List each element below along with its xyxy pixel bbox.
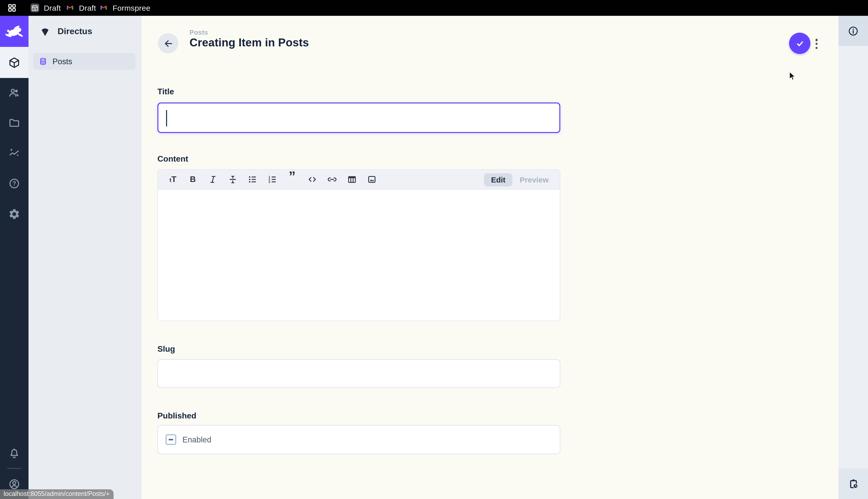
browser-tab[interactable]: Formspree <box>99 0 151 16</box>
field-label-title: Title <box>158 87 174 96</box>
gear-icon <box>8 208 21 220</box>
strikethrough-icon[interactable] <box>223 170 242 190</box>
check-icon <box>794 38 805 49</box>
editor-view-tabs: Edit Preview <box>484 173 556 186</box>
blockquote-icon[interactable]: ” <box>282 170 302 190</box>
rail-divider <box>7 468 21 469</box>
numbered-list-icon[interactable]: 123 <box>262 170 282 190</box>
arrow-left-icon <box>163 38 174 49</box>
editor-body[interactable] <box>158 190 560 320</box>
module-item-content[interactable] <box>0 47 28 78</box>
calendar-icon: 31 <box>30 3 39 12</box>
module-item-files[interactable] <box>0 111 28 135</box>
gmail-icon <box>66 3 74 12</box>
bulleted-list-icon[interactable] <box>242 170 262 190</box>
module-item-docs[interactable]: ? <box>0 171 28 196</box>
text-caret <box>166 110 167 126</box>
editor-toolbar: tT B <box>158 170 560 190</box>
module-item-settings[interactable] <box>0 202 28 226</box>
wysiwyg-editor: tT B <box>158 169 560 321</box>
svg-text:?: ? <box>12 180 16 187</box>
right-sidebar <box>839 16 868 499</box>
code-icon[interactable] <box>302 170 322 190</box>
tab-groups-icon[interactable] <box>8 4 16 12</box>
more-options-button[interactable] <box>814 39 820 49</box>
gmail-icon <box>99 3 108 12</box>
table-icon[interactable] <box>342 170 362 190</box>
module-item-users[interactable] <box>0 81 28 105</box>
edit-tab[interactable]: Edit <box>484 173 513 186</box>
users-icon <box>8 87 21 99</box>
image-icon[interactable] <box>362 170 381 190</box>
sidebar-section-info[interactable] <box>839 16 868 46</box>
format-size-icon[interactable]: tT <box>163 170 183 190</box>
browser-tab-bar: 31 Draft Draft <box>0 0 868 16</box>
navigation-sidebar <box>28 16 142 499</box>
browser-tab[interactable]: 31 Draft <box>30 0 61 16</box>
info-icon <box>847 25 859 36</box>
tab-title: Formspree <box>113 3 151 12</box>
tab-title: Draft <box>79 3 96 12</box>
tab-title: Draft <box>44 3 61 12</box>
slug-input[interactable] <box>158 359 560 388</box>
sidebar-item-label: Posts <box>52 57 72 66</box>
project-header[interactable]: Directus <box>28 16 142 47</box>
page-title: Creating Item in Posts <box>189 36 309 49</box>
link-icon[interactable] <box>322 170 342 190</box>
mouse-cursor <box>789 71 796 81</box>
field-label-content: Content <box>158 155 188 163</box>
checkbox-label: Enabled <box>183 435 211 444</box>
module-item-insights[interactable] <box>0 141 28 165</box>
directus-logo-button[interactable] <box>0 16 28 47</box>
avatar-icon <box>8 478 21 490</box>
folder-icon <box>8 117 21 129</box>
database-icon <box>39 57 47 66</box>
italic-icon[interactable] <box>203 170 223 190</box>
preview-tab[interactable]: Preview <box>513 173 556 186</box>
box-icon <box>8 56 21 69</box>
help-icon: ? <box>8 178 21 190</box>
back-button[interactable] <box>158 33 178 53</box>
svg-text:3: 3 <box>268 180 270 183</box>
field-label-slug: Slug <box>158 344 175 354</box>
insights-icon <box>8 147 21 159</box>
published-toggle-box: Enabled <box>158 425 560 454</box>
browser-tab[interactable]: Draft <box>66 0 96 16</box>
bell-icon <box>8 448 21 460</box>
breadcrumb[interactable]: Posts <box>189 28 208 36</box>
app-window: 31 Draft Draft <box>0 0 868 499</box>
revisions-clipboard-icon <box>847 478 859 489</box>
status-url-tooltip: localhost:8055/admin/content/Posts/+ <box>0 489 114 499</box>
project-name: Directus <box>58 26 92 36</box>
fan-icon <box>40 26 50 36</box>
sidebar-item-posts[interactable]: Posts <box>33 53 136 70</box>
svg-text:31: 31 <box>34 8 36 10</box>
bold-icon[interactable]: B <box>183 170 203 190</box>
directus-rabbit-logo <box>4 24 24 38</box>
sidebar-section-revisions[interactable] <box>839 468 868 499</box>
title-input[interactable] <box>158 102 560 133</box>
field-label-published: Published <box>158 411 196 421</box>
notifications-button[interactable] <box>0 441 28 466</box>
save-button[interactable] <box>789 33 810 54</box>
indeterminate-checkbox-icon[interactable] <box>165 434 176 445</box>
